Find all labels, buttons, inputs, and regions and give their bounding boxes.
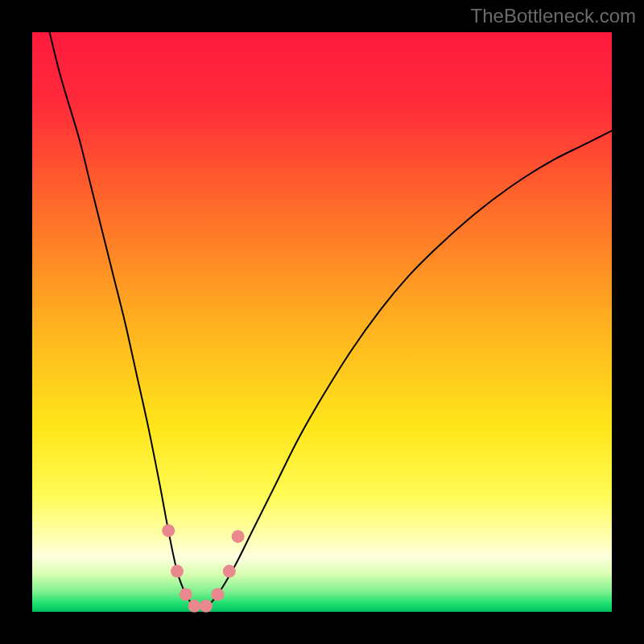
valley-marker xyxy=(180,588,192,601)
valley-marker xyxy=(223,565,236,578)
chart-svg xyxy=(0,0,644,644)
valley-marker xyxy=(188,600,201,613)
valley-marker xyxy=(162,524,175,537)
chart-background xyxy=(32,32,612,612)
valley-marker xyxy=(171,565,184,578)
chart-container: TheBottleneck.com xyxy=(0,0,644,644)
valley-marker xyxy=(200,600,213,613)
valley-marker xyxy=(232,530,245,543)
valley-marker xyxy=(211,588,224,601)
